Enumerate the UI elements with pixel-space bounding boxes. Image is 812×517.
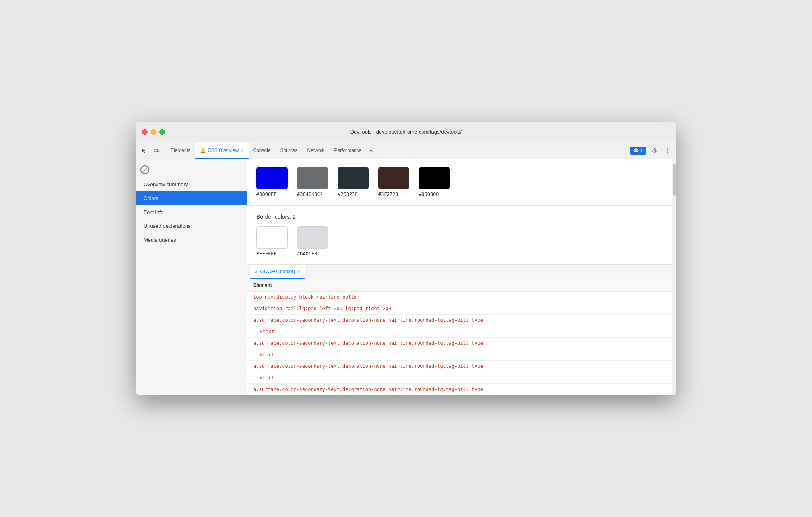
element-row-4[interactable]: a.surface.color-secondary-text.decoratio… xyxy=(247,338,672,349)
border-label-FFFFFF: #FFFFFF xyxy=(256,251,277,257)
scrollbar[interactable] xyxy=(672,159,676,395)
border-swatches-list: #FFFFFF #DADCE0 xyxy=(256,226,663,257)
tab-bar-left-controls xyxy=(139,145,163,156)
tab-bar-right-controls: 💬 1 ⚙ ⋮ xyxy=(630,145,673,156)
cursor-icon-button[interactable] xyxy=(139,145,150,156)
tab-sources[interactable]: Sources xyxy=(276,142,303,159)
element-row-2[interactable]: a.surface.color-secondary-text.decoratio… xyxy=(247,315,672,326)
color-swatch-2: #263238 xyxy=(338,167,369,197)
maximize-button[interactable] xyxy=(159,129,165,135)
svg-rect-1 xyxy=(158,150,159,152)
element-table: Element top-nav.display-block.hairline-b… xyxy=(247,279,672,395)
sidebar-item-colors[interactable]: Colors xyxy=(136,191,247,205)
title-bar: DevTools - developer.chrome.com/tags/dev… xyxy=(136,122,676,142)
element-tab-dadce0[interactable]: #DADCE0 (border) × xyxy=(250,265,305,279)
devtools-window: DevTools - developer.chrome.com/tags/dev… xyxy=(136,122,676,395)
border-colors-title: Border colors: 2 xyxy=(256,214,663,220)
no-entry-icon xyxy=(140,165,149,174)
element-row-7[interactable]: #text xyxy=(247,372,672,384)
tab-network[interactable]: Network xyxy=(303,142,330,159)
element-row-5[interactable]: #text xyxy=(247,349,672,361)
color-label-3E2723: #3E2723 xyxy=(378,192,398,197)
cursor-icon xyxy=(142,148,147,154)
svg-rect-0 xyxy=(155,149,158,152)
scrollbar-thumb[interactable] xyxy=(673,164,676,196)
element-row-0[interactable]: top-nav.display-block.hairline-bottom xyxy=(247,292,672,303)
border-swatch-ffffff: #FFFFFF xyxy=(256,226,288,257)
color-swatch-0: #0000EE xyxy=(256,167,288,197)
color-box-0000EE[interactable] xyxy=(256,167,288,189)
color-swatches-section: #0000EE #3C4043C2 #263238 #3E2723 xyxy=(247,159,672,206)
main-content: Overview summary Colors Font info Unused… xyxy=(136,159,676,395)
border-box-FFFFFF[interactable] xyxy=(256,226,288,249)
color-swatch-4: #000000 xyxy=(419,167,450,197)
border-colors-section: Border colors: 2 #FFFFFF #DADCE0 xyxy=(247,206,672,265)
color-box-3C4043C2[interactable] xyxy=(297,167,328,189)
color-box-000000[interactable] xyxy=(419,167,450,189)
tab-performance[interactable]: Performance xyxy=(330,142,367,159)
color-box-263238[interactable] xyxy=(338,167,369,189)
border-swatch-dadce0: #DADCE0 xyxy=(297,226,328,257)
sidebar-item-font-info[interactable]: Font info xyxy=(136,205,247,219)
chat-badge[interactable]: 💬 1 xyxy=(630,147,646,155)
element-row-6[interactable]: a.surface.color-secondary-text.decoratio… xyxy=(247,361,672,372)
element-tab-label: #DADCE0 (border) xyxy=(255,269,295,274)
main-panel: #0000EE #3C4043C2 #263238 #3E2723 xyxy=(247,159,672,395)
element-row-1[interactable]: navigation-rail.lg:pad-left-200.lg:pad-r… xyxy=(247,303,672,315)
element-table-header: Element xyxy=(247,279,672,292)
settings-icon: ⚙ xyxy=(651,147,657,154)
color-label-3C4043C2: #3C4043C2 xyxy=(297,192,323,197)
sidebar-item-overview-summary[interactable]: Overview summary xyxy=(136,177,247,191)
color-label-000000: #000000 xyxy=(419,192,439,197)
border-box-DADCE0[interactable] xyxy=(297,226,328,249)
sidebar-item-media-queries[interactable]: Media queries xyxy=(136,233,247,247)
color-swatch-1: #3C4043C2 xyxy=(297,167,328,197)
tab-elements[interactable]: Elements xyxy=(166,142,195,159)
device-icon xyxy=(154,148,160,154)
window-title: DevTools - developer.chrome.com/tags/dev… xyxy=(350,129,462,135)
color-swatches-list: #0000EE #3C4043C2 #263238 #3E2723 xyxy=(256,167,663,197)
more-options-icon: ⋮ xyxy=(664,147,671,154)
more-tabs-button[interactable]: » xyxy=(366,142,376,159)
element-tabs: #DADCE0 (border) × xyxy=(247,265,672,279)
element-row-3[interactable]: #text xyxy=(247,326,672,338)
content-wrapper: #0000EE #3C4043C2 #263238 #3E2723 xyxy=(247,159,676,395)
minimize-button[interactable] xyxy=(151,129,156,135)
tab-bar: Elements 🔔 CSS Overview × Console Source… xyxy=(136,142,676,159)
tabs-container: Elements 🔔 CSS Overview × Console Source… xyxy=(166,142,630,159)
more-options-button[interactable]: ⋮ xyxy=(662,145,673,156)
tab-css-overview[interactable]: 🔔 CSS Overview × xyxy=(195,142,248,159)
close-button[interactable] xyxy=(142,129,148,135)
element-tab-close[interactable]: × xyxy=(297,269,300,274)
color-label-0000EE: #0000EE xyxy=(256,192,277,197)
element-row-8[interactable]: a.surface.color-secondary-text.decoratio… xyxy=(247,384,672,395)
element-panel: #DADCE0 (border) × Element top-nav.displ… xyxy=(247,265,672,395)
tab-close-css-overview[interactable]: × xyxy=(241,148,243,153)
color-swatch-3: #3E2723 xyxy=(378,167,409,197)
tab-console[interactable]: Console xyxy=(249,142,276,159)
settings-button[interactable]: ⚙ xyxy=(649,145,660,156)
color-label-263238: #263238 xyxy=(338,192,358,197)
color-box-3E2723[interactable] xyxy=(378,167,409,189)
traffic-lights xyxy=(142,129,165,135)
device-toolbar-button[interactable] xyxy=(152,145,163,156)
sidebar-item-unused-declarations[interactable]: Unused declarations xyxy=(136,219,247,233)
border-label-DADCE0: #DADCE0 xyxy=(297,251,317,257)
tab-icon: 🔔 xyxy=(200,148,206,153)
sidebar: Overview summary Colors Font info Unused… xyxy=(136,159,247,395)
sidebar-top xyxy=(136,162,247,177)
